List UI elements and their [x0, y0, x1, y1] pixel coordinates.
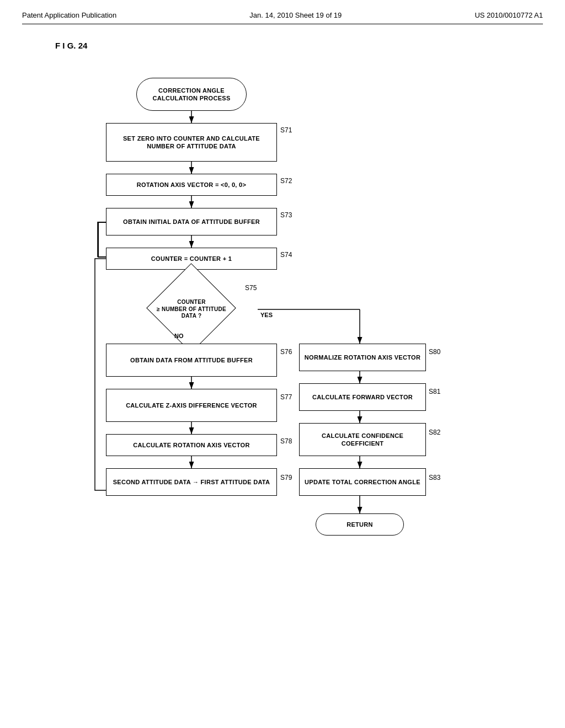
- s71-node: SET ZERO INTO COUNTER AND CALCULATE NUMB…: [106, 123, 277, 162]
- s80-label: S80: [429, 348, 440, 356]
- s79-node: SECOND ATTITUDE DATA → FIRST ATTITUDE DA…: [106, 468, 277, 496]
- s78-label: S78: [280, 437, 292, 445]
- s80-node: NORMALIZE ROTATION AXIS VECTOR: [299, 344, 426, 371]
- s77-label: S77: [280, 393, 292, 401]
- s76-node: OBTAIN DATA FROM ATTITUDE BUFFER: [106, 344, 277, 377]
- s82-label: S82: [429, 429, 440, 436]
- start-node: CORRECTION ANGLE CALCULATION PROCESS: [136, 78, 247, 111]
- page-header: Patent Application Publication Jan. 14, …: [22, 11, 543, 24]
- return-node: RETURN: [316, 513, 404, 536]
- no-label: NO: [174, 333, 184, 339]
- s78-node: CALCULATE ROTATION AXIS VECTOR: [106, 434, 277, 456]
- yes-label: YES: [260, 312, 273, 318]
- page: Patent Application Publication Jan. 14, …: [0, 0, 565, 728]
- s73-label: S73: [280, 211, 292, 219]
- s73-node: OBTAIN INITIAL DATA OF ATTITUDE BUFFER: [106, 208, 277, 235]
- s83-label: S83: [429, 474, 440, 481]
- header-left: Patent Application Publication: [22, 11, 116, 19]
- s76-label: S76: [280, 348, 292, 356]
- figure-label: F I G. 24: [55, 41, 543, 50]
- s82-node: CALCULATE CONFIDENCE COEFFICIENT: [299, 423, 426, 456]
- header-right: US 2010/0010772 A1: [475, 11, 543, 19]
- header-center: Jan. 14, 2010 Sheet 19 of 19: [249, 11, 342, 19]
- s83-node: UPDATE TOTAL CORRECTION ANGLE: [299, 468, 426, 496]
- s72-node: ROTATION AXIS VECTOR = <0, 0, 0>: [106, 174, 277, 196]
- s74-label: S74: [280, 251, 292, 259]
- s81-label: S81: [429, 388, 440, 395]
- s75-node: COUNTER ≥ NUMBER OF ATTITUDE DATA ?: [142, 281, 241, 338]
- s79-label: S79: [280, 474, 292, 481]
- s71-label: S71: [280, 126, 292, 134]
- s77-node: CALCULATE Z-AXIS DIFFERENCE VECTOR: [106, 389, 277, 422]
- s75-label: S75: [245, 284, 257, 292]
- flowchart: CORRECTION ANGLE CALCULATION PROCESS SET…: [45, 61, 520, 695]
- s81-node: CALCULATE FORWARD VECTOR: [299, 383, 426, 411]
- s72-label: S72: [280, 177, 292, 185]
